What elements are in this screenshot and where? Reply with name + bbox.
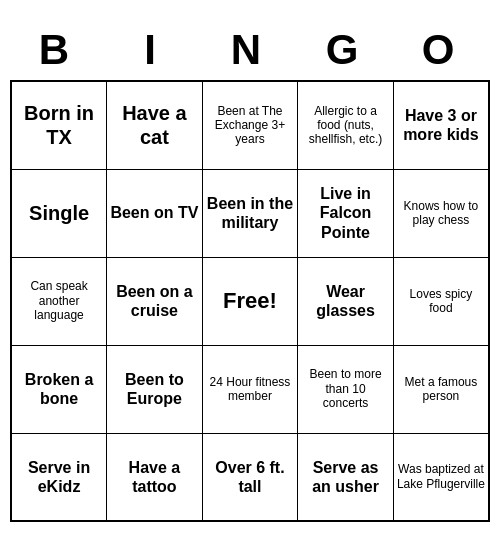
bingo-letter: I — [106, 26, 202, 74]
cell-r2-c2: Free! — [202, 257, 298, 345]
cell-r0-c0: Born in TX — [11, 81, 107, 169]
bingo-letter: B — [10, 26, 106, 74]
cell-r3-c0: Broken a bone — [11, 345, 107, 433]
bingo-letter: G — [298, 26, 394, 74]
cell-r3-c4: Met a famous person — [393, 345, 489, 433]
bingo-grid: Born in TXHave a catBeen at The Exchange… — [10, 80, 490, 522]
cell-r0-c4: Have 3 or more kids — [393, 81, 489, 169]
cell-r4-c3: Serve as an usher — [298, 433, 394, 521]
cell-r3-c2: 24 Hour fitness member — [202, 345, 298, 433]
cell-r0-c1: Have a cat — [107, 81, 203, 169]
cell-r2-c3: Wear glasses — [298, 257, 394, 345]
bingo-letter: N — [202, 26, 298, 74]
cell-r1-c1: Been on TV — [107, 169, 203, 257]
cell-r4-c4: Was baptized at Lake Pflugerville — [393, 433, 489, 521]
cell-r1-c2: Been in the military — [202, 169, 298, 257]
cell-r3-c3: Been to more than 10 concerts — [298, 345, 394, 433]
cell-r4-c2: Over 6 ft. tall — [202, 433, 298, 521]
cell-r2-c1: Been on a cruise — [107, 257, 203, 345]
cell-r2-c4: Loves spicy food — [393, 257, 489, 345]
cell-r4-c1: Have a tattoo — [107, 433, 203, 521]
cell-r1-c0: Single — [11, 169, 107, 257]
cell-r1-c4: Knows how to play chess — [393, 169, 489, 257]
cell-r4-c0: Serve in eKidz — [11, 433, 107, 521]
cell-r2-c0: Can speak another language — [11, 257, 107, 345]
cell-r0-c2: Been at The Exchange 3+ years — [202, 81, 298, 169]
cell-r1-c3: Live in Falcon Pointe — [298, 169, 394, 257]
cell-r0-c3: Allergic to a food (nuts, shellfish, etc… — [298, 81, 394, 169]
bingo-letter: O — [394, 26, 490, 74]
bingo-container: BINGO Born in TXHave a catBeen at The Ex… — [10, 22, 490, 522]
bingo-title: BINGO — [10, 22, 490, 80]
cell-r3-c1: Been to Europe — [107, 345, 203, 433]
